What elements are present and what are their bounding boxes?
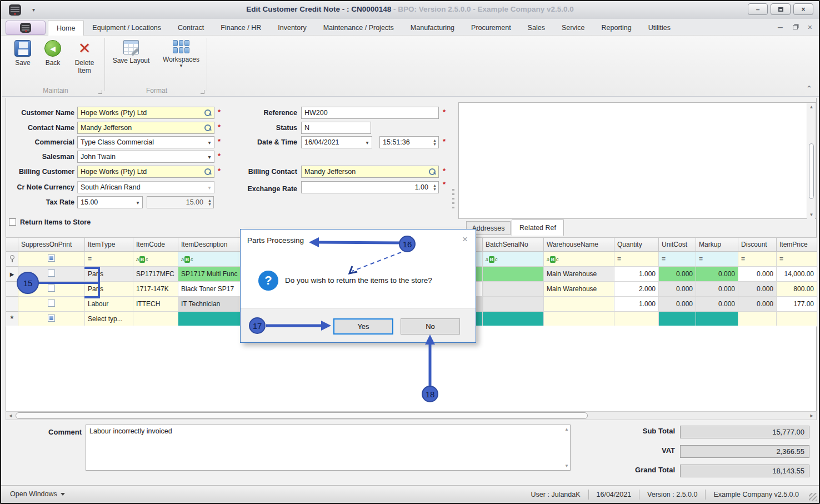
date-field[interactable]: 16/04/2021 xyxy=(301,136,372,148)
col-header-batchserialno[interactable]: BatchSerialNo xyxy=(483,238,544,252)
cell-discount[interactable]: 0.000 xyxy=(738,282,777,297)
cell-itemtype[interactable]: Parts xyxy=(85,267,133,282)
col-header-discount[interactable]: Discount xyxy=(738,238,777,252)
col-header-itemtype[interactable]: ItemType xyxy=(85,238,133,252)
search-icon[interactable] xyxy=(203,167,212,176)
billing-contact-field[interactable]: Mandy Jefferson xyxy=(301,166,439,178)
return-items-to-store-checkbox[interactable]: Return Items to Store xyxy=(9,217,91,227)
tab-inventory[interactable]: Inventory xyxy=(269,20,314,36)
col-header-itemcode[interactable]: ItemCode xyxy=(133,238,178,252)
search-icon[interactable] xyxy=(203,123,212,132)
chevron-down-icon[interactable] xyxy=(133,199,142,206)
cell-quantity[interactable]: 2.000 xyxy=(614,282,659,297)
open-windows-button[interactable]: Open Windows xyxy=(10,490,65,498)
billing-customer-field[interactable]: Hope Works (Pty) Ltd xyxy=(77,166,214,178)
close-button[interactable]: × xyxy=(793,3,813,15)
search-icon[interactable] xyxy=(428,167,437,176)
vertical-scrollbar[interactable]: ▲ ▼ xyxy=(807,103,815,219)
cell-unitcost[interactable] xyxy=(659,312,696,327)
tab-contract[interactable]: Contract xyxy=(169,20,212,36)
cell-discount[interactable]: 0.000 xyxy=(738,297,777,312)
application-menu-button[interactable] xyxy=(6,21,46,35)
filter-warehousename[interactable]: aBc xyxy=(544,252,614,267)
cell-itemcode[interactable]: 1717-147K xyxy=(133,282,178,297)
cell-batchserialno[interactable] xyxy=(483,282,544,297)
salesman-dropdown[interactable]: John Twain xyxy=(77,151,214,163)
tab-maintenance-projects[interactable]: Maintenance / Projects xyxy=(315,20,402,36)
scrollbar-thumb[interactable] xyxy=(16,412,588,419)
scroll-down-icon[interactable]: ▼ xyxy=(807,211,816,219)
tax-rate-dropdown[interactable]: 15.00 xyxy=(77,196,143,208)
ribbon-close-icon[interactable]: × xyxy=(808,23,812,32)
cell-warehousename[interactable]: Main Warehouse xyxy=(544,282,614,297)
cell-itemprice[interactable] xyxy=(777,312,817,327)
scroll-left-icon[interactable]: ◄ xyxy=(6,412,15,420)
cell-itemtype[interactable]: Select typ... xyxy=(85,312,133,327)
chevron-down-icon[interactable] xyxy=(205,154,214,160)
delete-item-button[interactable]: ✕ Delete Item xyxy=(68,40,101,74)
scroll-up-icon[interactable]: ▲ xyxy=(564,427,569,432)
filter-itemprice[interactable]: = xyxy=(777,252,817,267)
search-icon[interactable] xyxy=(203,108,212,117)
exchange-rate-field[interactable]: 1.00 xyxy=(301,181,439,193)
col-header-quantity[interactable]: Quantity xyxy=(614,238,659,252)
contact-name-field[interactable]: Mandy Jefferson xyxy=(77,122,214,134)
filter-itemcode[interactable]: aBc xyxy=(133,252,178,267)
scroll-down-icon[interactable]: ▼ xyxy=(564,463,569,468)
cell-unitcost[interactable]: 0.000 xyxy=(659,282,696,297)
checkbox-icon[interactable] xyxy=(48,270,55,277)
tab-equipment-locations[interactable]: Equipment / Locations xyxy=(84,20,169,36)
tab-reporting[interactable]: Reporting xyxy=(593,20,640,36)
cell-quantity[interactable]: 1.000 xyxy=(614,267,659,282)
cell-markup[interactable]: 0.000 xyxy=(696,282,738,297)
cell-itemprice[interactable]: 14,000.00 xyxy=(777,267,817,282)
cell-warehousename[interactable] xyxy=(544,312,614,327)
workspaces-button[interactable]: Workspaces ▼ xyxy=(159,40,203,68)
no-button[interactable]: No xyxy=(401,318,460,335)
ribbon-minimize-icon[interactable]: – xyxy=(778,22,783,32)
cell-batchserialno[interactable] xyxy=(483,312,544,327)
cell-suppress[interactable] xyxy=(18,297,85,312)
scroll-right-icon[interactable]: ► xyxy=(807,412,816,420)
checkbox-icon[interactable] xyxy=(48,315,55,322)
horizontal-scrollbar[interactable]: ◄ ► xyxy=(6,411,817,420)
filter-itemtype[interactable]: = xyxy=(85,252,133,267)
cell-unitcost[interactable]: 0.000 xyxy=(659,297,696,312)
group-corner-icon[interactable] xyxy=(201,90,204,94)
col-header-warehousename[interactable]: WarehouseName xyxy=(544,238,614,252)
cell-markup[interactable] xyxy=(696,312,738,327)
cell-itemcode[interactable]: SP1717MFC xyxy=(133,267,178,282)
scroll-up-icon[interactable]: ▲ xyxy=(807,103,816,111)
save-layout-button[interactable]: Save Layout xyxy=(109,40,153,64)
cell-markup[interactable]: 0.000 xyxy=(696,297,738,312)
tab-finance-hr[interactable]: Finance / HR xyxy=(212,20,269,36)
yes-button[interactable]: Yes xyxy=(333,318,393,335)
col-header-markup[interactable]: Markup xyxy=(696,238,738,252)
cell-unitcost[interactable]: 0.000 xyxy=(659,267,696,282)
commercial-dropdown[interactable]: Type Class Commercial xyxy=(77,136,214,148)
filter-suppress[interactable] xyxy=(18,252,85,267)
customer-name-field[interactable]: Hope Works (Pty) Ltd xyxy=(77,107,214,119)
status-field[interactable]: N xyxy=(301,122,371,134)
cell-quantity[interactable]: 1.000 xyxy=(614,297,659,312)
col-header-suppressonprint[interactable]: SuppressOnPrint xyxy=(18,238,85,252)
filter-markup[interactable]: = xyxy=(696,252,738,267)
splitter-grip[interactable] xyxy=(452,189,454,210)
tab-procurement[interactable]: Procurement xyxy=(463,20,519,36)
maximize-button[interactable] xyxy=(771,3,791,15)
filter-batchserialno[interactable]: aBc xyxy=(483,252,544,267)
checkbox-icon[interactable] xyxy=(48,255,55,262)
chevron-down-icon[interactable] xyxy=(363,139,372,146)
cell-discount[interactable]: 0.000 xyxy=(738,267,777,282)
save-button[interactable]: Save xyxy=(9,40,37,67)
cell-markup[interactable]: 0.000 xyxy=(696,267,738,282)
cell-itemprice[interactable]: 800.00 xyxy=(777,282,817,297)
cell-itemtype[interactable]: Parts xyxy=(85,282,133,297)
spinner-icon[interactable] xyxy=(431,138,438,146)
cell-warehousename[interactable]: Main Warehouse xyxy=(544,267,614,282)
chevron-down-icon[interactable] xyxy=(205,139,214,146)
tab-manufacturing[interactable]: Manufacturing xyxy=(402,20,463,36)
cell-batchserialno[interactable] xyxy=(483,297,544,312)
spinner-icon[interactable] xyxy=(431,183,438,191)
cell-suppress[interactable] xyxy=(18,312,85,327)
